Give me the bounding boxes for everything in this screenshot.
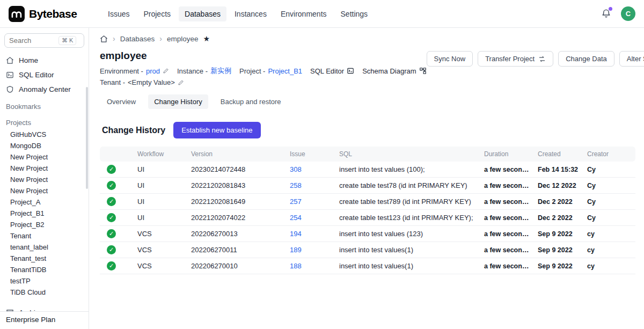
table-row[interactable]: VCS 202206270013 194 insert into test va…: [100, 226, 635, 242]
table-row[interactable]: UI 20230214072448 308 insert into test v…: [100, 162, 635, 178]
cell-workflow: UI: [133, 178, 187, 194]
column-header: Workflow: [133, 147, 187, 162]
nav-item[interactable]: Environments: [275, 6, 333, 21]
sidebar-project-item[interactable]: MongoDB: [0, 140, 89, 151]
edit-pencil-icon[interactable]: [163, 68, 169, 74]
sync-now-button[interactable]: Sync Now: [427, 51, 473, 67]
project-link[interactable]: Project_B1: [268, 67, 302, 75]
table-row[interactable]: VCS 202206270011 189 insert into test va…: [100, 242, 635, 258]
issue-link[interactable]: 188: [290, 262, 302, 270]
sql-editor-icon: [347, 67, 354, 75]
environment-link[interactable]: prod: [146, 67, 160, 75]
issue-link[interactable]: 194: [290, 230, 302, 238]
table-row[interactable]: VCS 202206270010 188 insert into test va…: [100, 258, 635, 274]
sidebar-project-item[interactable]: New Project: [0, 185, 89, 196]
issue-link[interactable]: 308: [290, 165, 302, 173]
issue-link[interactable]: 258: [290, 181, 302, 189]
sidebar-scrollbar[interactable]: [86, 87, 88, 189]
success-check-icon: [107, 229, 116, 238]
cell-workflow: UI: [133, 194, 187, 210]
table-row[interactable]: UI 20221202081843 258 create table test7…: [100, 178, 635, 194]
transfer-project-button[interactable]: Transfer Project: [478, 51, 553, 67]
user-avatar[interactable]: C: [621, 6, 635, 21]
sidebar-project-item[interactable]: Project_B2: [0, 219, 89, 230]
shield-icon: [6, 85, 14, 93]
main-content: Databases employee employee Environment …: [89, 28, 644, 329]
sidebar-project-item[interactable]: New Project: [0, 174, 89, 185]
nav-item[interactable]: Projects: [137, 6, 177, 21]
sidebar-item-home[interactable]: Home: [0, 53, 89, 68]
search-input[interactable]: [9, 36, 56, 45]
breadcrumb-home-icon[interactable]: [100, 35, 108, 43]
top-bar: Bytebase IssuesProjectsDatabasesInstance…: [0, 0, 644, 28]
cell-sql: create table test78 (id int PRIMARY KEY): [335, 178, 480, 194]
sidebar-project-item[interactable]: Project_B1: [0, 208, 89, 219]
success-check-icon: [107, 261, 116, 270]
cell-created: Feb 14 15:32: [533, 162, 583, 178]
schema-diagram-shortcut[interactable]: Schema Diagram: [362, 67, 426, 75]
edit-pencil-icon[interactable]: [178, 79, 184, 86]
top-nav: IssuesProjectsDatabasesInstancesEnvironm…: [102, 6, 374, 21]
sidebar-project-item[interactable]: TiDB Cloud: [0, 287, 89, 298]
nav-item[interactable]: Databases: [179, 6, 226, 21]
column-header: Version: [187, 147, 286, 162]
search-box[interactable]: ⌘ K: [4, 33, 84, 48]
cell-status: [100, 242, 133, 258]
breadcrumb-databases[interactable]: Databases: [120, 35, 155, 43]
cell-version: 202206270010: [187, 258, 286, 274]
column-header: SQL: [335, 147, 480, 162]
change-data-button[interactable]: Change Data: [558, 51, 614, 67]
cell-status: [100, 178, 133, 194]
nav-item[interactable]: Issues: [102, 6, 135, 21]
sidebar-project-item[interactable]: Project_A: [0, 196, 89, 208]
sidebar-project-item[interactable]: testTP: [0, 275, 89, 287]
change-history-table: WorkflowVersionIssueSQLDurationCreatedCr…: [100, 147, 635, 274]
tab[interactable]: Backup and restore: [215, 94, 287, 109]
bytebase-brand[interactable]: Bytebase: [9, 6, 88, 22]
sidebar-project-item[interactable]: GitHubVCS: [0, 129, 89, 140]
breadcrumb-separator: [113, 34, 115, 43]
issue-link[interactable]: 254: [290, 214, 302, 222]
sidebar-project-item[interactable]: tenant_label: [0, 242, 89, 253]
sidebar-project-item[interactable]: New Project: [0, 163, 89, 174]
establish-baseline-button[interactable]: Establish new baseline: [173, 122, 260, 138]
plan-label[interactable]: Enterprise Plan: [0, 311, 89, 329]
cell-creator: Cy: [583, 162, 635, 178]
search-shortcut: ⌘ K: [58, 36, 76, 45]
issue-link[interactable]: 257: [290, 198, 302, 206]
notification-bell-icon[interactable]: [601, 9, 611, 19]
sidebar-section-bookmarks: Bookmarks: [0, 97, 89, 113]
cell-created: Dec 12 2022: [533, 178, 583, 194]
cell-version: 20221202081649: [187, 194, 286, 210]
sql-editor-shortcut[interactable]: SQL Editor: [310, 67, 354, 75]
sidebar-item-anomaly-center[interactable]: Anomaly Center: [0, 82, 89, 97]
cell-workflow: UI: [133, 210, 187, 226]
cell-sql: create table test123 (id int PRIMARY KEY…: [335, 210, 480, 226]
sidebar-project-item[interactable]: TenantTiDB: [0, 264, 89, 275]
cell-issue: 188: [286, 258, 335, 274]
tab[interactable]: Overview: [101, 94, 142, 109]
sidebar-project-item[interactable]: New Project: [0, 151, 89, 163]
cell-duration: a few seconds: [480, 242, 533, 258]
cell-version: 202206270013: [187, 226, 286, 242]
page-title: employee: [100, 50, 427, 62]
cell-issue: 254: [286, 210, 335, 226]
sidebar-project-item[interactable]: Tenant_test: [0, 253, 89, 264]
sidebar-section-projects: Projects: [0, 113, 89, 129]
table-row[interactable]: UI 20221202081649 257 create table test7…: [100, 194, 635, 210]
section-title: Change History: [102, 126, 165, 135]
instance-link[interactable]: 新实例: [210, 66, 231, 76]
terminal-icon: [6, 71, 14, 79]
topbar-right: C: [601, 6, 635, 21]
issue-link[interactable]: 189: [290, 246, 302, 254]
sidebar-project-item[interactable]: Tenant: [0, 230, 89, 242]
bookmark-star-icon[interactable]: [203, 34, 210, 43]
table-row[interactable]: UI 20221202074022 254 create table test1…: [100, 210, 635, 226]
cell-created: Sep 9 2022: [533, 226, 583, 242]
tab[interactable]: Change History: [148, 94, 208, 109]
sidebar-item-sql-editor[interactable]: SQL Editor: [0, 68, 89, 82]
alter-schema-button[interactable]: Alter Schema: [619, 51, 644, 67]
cell-duration: a few seconds: [480, 194, 533, 210]
nav-item[interactable]: Instances: [229, 6, 273, 21]
nav-item[interactable]: Settings: [335, 6, 374, 21]
